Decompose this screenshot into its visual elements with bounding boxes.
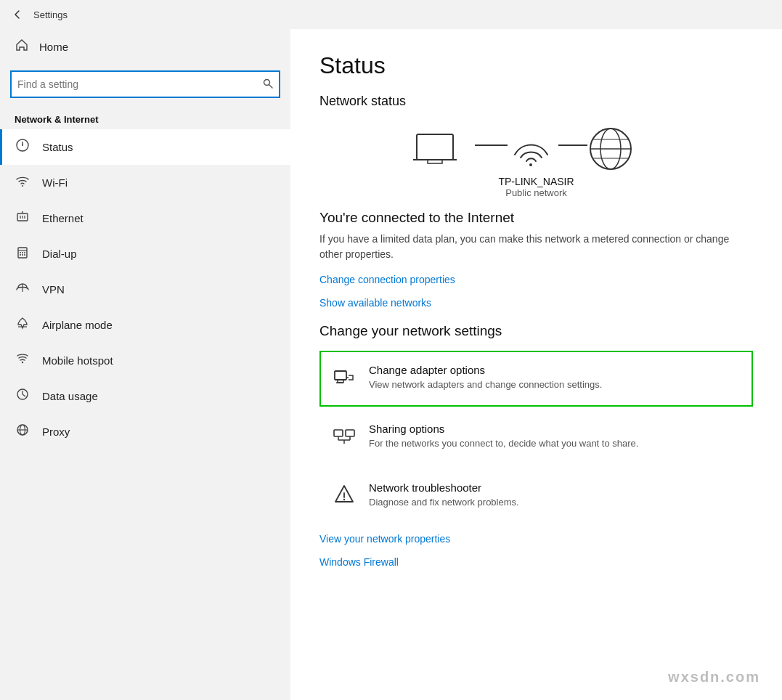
datausage-icon: [15, 387, 30, 405]
dialup-icon: [15, 245, 30, 263]
show-networks-link[interactable]: Show available networks: [319, 297, 753, 309]
connected-desc: If you have a limited data plan, you can…: [319, 232, 753, 262]
search-input[interactable]: [17, 78, 263, 90]
network-properties-link[interactable]: View your network properties: [319, 533, 753, 545]
sidebar-item-airplane[interactable]: Airplane mode: [0, 307, 290, 343]
settings-item-troubleshoot[interactable]: Network troubleshooter Diagnose and fix …: [319, 468, 753, 524]
main-layout: Home Network & Internet St: [0, 29, 782, 700]
sidebar-item-datausage-label: Data usage: [42, 390, 98, 402]
network-name: TP-LINK_NASIR: [498, 176, 574, 187]
home-icon: [15, 38, 29, 56]
settings-item-adapter[interactable]: Change adapter options View network adap…: [319, 351, 753, 407]
settings-item-adapter-title: Change adapter options: [369, 364, 740, 376]
change-connection-link[interactable]: Change connection properties: [319, 274, 753, 285]
hotspot-icon: [15, 351, 30, 370]
settings-item-sharing[interactable]: Sharing options For the networks you con…: [319, 410, 753, 465]
sidebar-item-hotspot[interactable]: Mobile hotspot: [0, 343, 290, 378]
svg-point-21: [22, 362, 23, 363]
page-title: Status: [319, 52, 753, 79]
sidebar-item-ethernet[interactable]: Ethernet: [0, 200, 290, 236]
troubleshoot-icon: [333, 483, 356, 511]
search-box[interactable]: [10, 70, 280, 98]
windows-firewall-link[interactable]: Windows Firewall: [319, 556, 753, 568]
sidebar-item-proxy-label: Proxy: [42, 426, 70, 438]
airplane-icon: [15, 316, 30, 334]
sidebar-item-ethernet-label: Ethernet: [42, 212, 84, 224]
sidebar-item-dialup[interactable]: Dial-up: [0, 236, 290, 272]
back-button[interactable]: [9, 6, 26, 23]
settings-item-adapter-desc: View network adapters and change connect…: [369, 379, 740, 390]
svg-rect-37: [335, 371, 346, 380]
settings-item-sharing-desc: For the networks you connect to, decide …: [369, 438, 740, 449]
sidebar: Home Network & Internet St: [0, 29, 290, 700]
svg-point-18: [24, 254, 25, 256]
svg-point-16: [20, 254, 21, 256]
change-settings-title: Change your network settings: [319, 323, 753, 339]
network-type: Public network: [505, 187, 567, 198]
watermark: wxsdn.com: [668, 669, 760, 685]
window-title: Settings: [33, 9, 68, 20]
svg-point-4: [22, 145, 23, 146]
network-diagram-svg: [391, 123, 682, 182]
proxy-icon: [15, 423, 30, 441]
svg-point-13: [20, 252, 21, 253]
settings-item-troubleshoot-title: Network troubleshooter: [369, 481, 740, 494]
vpn-icon: [15, 280, 30, 298]
svg-line-1: [269, 84, 273, 88]
home-label: Home: [39, 41, 68, 53]
sidebar-item-status[interactable]: Status: [0, 129, 290, 165]
wifi-icon: [15, 174, 30, 192]
settings-item-sharing-title: Sharing options: [369, 423, 740, 435]
svg-point-30: [529, 163, 532, 166]
titlebar: Settings: [0, 0, 782, 29]
svg-point-14: [22, 252, 23, 253]
network-diagram: TP-LINK_NASIR Public network: [319, 123, 753, 210]
sidebar-item-wifi[interactable]: Wi-Fi: [0, 165, 290, 200]
search-icon: [263, 78, 273, 91]
sidebar-item-vpn-label: VPN: [42, 283, 65, 296]
svg-rect-42: [346, 430, 354, 436]
connected-title: You're connected to the Internet: [319, 210, 753, 226]
sidebar-item-datausage[interactable]: Data usage: [0, 378, 290, 414]
settings-item-troubleshoot-desc: Diagnose and fix network problems.: [369, 497, 740, 508]
sidebar-home-item[interactable]: Home: [0, 29, 290, 65]
svg-point-48: [343, 499, 345, 500]
settings-item-sharing-content: Sharing options For the networks you con…: [369, 423, 740, 449]
svg-rect-26: [417, 134, 453, 160]
sidebar-section-title: Network & Internet: [0, 107, 290, 129]
svg-point-15: [24, 252, 25, 253]
svg-rect-28: [428, 160, 442, 163]
status-icon: [15, 138, 30, 156]
svg-point-5: [22, 185, 23, 187]
sidebar-item-dialup-label: Dial-up: [42, 248, 77, 260]
svg-point-17: [22, 254, 23, 256]
settings-item-troubleshoot-content: Network troubleshooter Diagnose and fix …: [369, 481, 740, 508]
adapter-icon: [333, 365, 356, 394]
sidebar-item-airplane-label: Airplane mode: [42, 319, 113, 331]
sidebar-item-vpn[interactable]: VPN: [0, 272, 290, 307]
sidebar-item-proxy[interactable]: Proxy: [0, 414, 290, 449]
ethernet-icon: [15, 209, 30, 227]
sidebar-item-wifi-label: Wi-Fi: [42, 176, 68, 189]
sharing-icon: [333, 424, 356, 452]
settings-item-adapter-content: Change adapter options View network adap…: [369, 364, 740, 390]
svg-rect-41: [334, 430, 343, 436]
sidebar-item-status-label: Status: [42, 141, 73, 153]
content-area: Status Network status: [290, 29, 782, 700]
sidebar-item-hotspot-label: Mobile hotspot: [42, 354, 113, 367]
network-status-title: Network status: [319, 94, 753, 109]
